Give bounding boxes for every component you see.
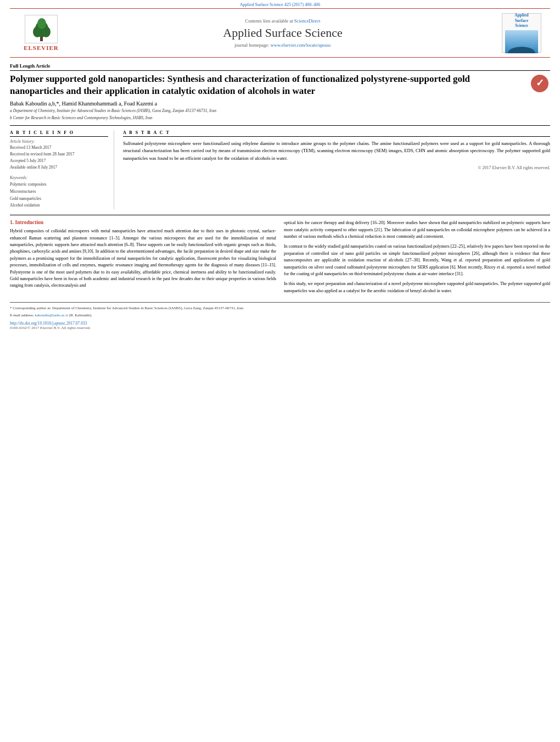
issn-line: 0169-4332/© 2017 Elsevier B.V. All right…	[10, 326, 550, 330]
keyword-4: Alcohol oxidation	[10, 202, 108, 209]
keywords-label: Keywords:	[10, 175, 108, 180]
page-wrapper: Applied Surface Science 425 (2017) 400–4…	[0, 0, 560, 742]
contents-line: Contents lists available at ScienceDirec…	[71, 18, 494, 24]
author-names: Babak Kaboudin a,b,*, Hamid Khanmohammad…	[10, 101, 157, 107]
logo-box-title: AppliedSurfaceScience	[514, 13, 528, 29]
abstract-col: A B S T R A C T Sulfonated polystyrene m…	[123, 130, 550, 209]
svg-text:✓: ✓	[536, 77, 544, 88]
info-abstract-row: A R T I C L E I N F O Article history: R…	[10, 130, 550, 209]
homepage-line: journal homepage: www.elsevier.com/locat…	[71, 42, 494, 48]
left-column: 1. Introduction Hybrid composites of col…	[10, 220, 276, 298]
intro-right-paragraph-1: optical kits for cancer therapy and drug…	[284, 220, 550, 240]
abstract-title: A B S T R A C T	[123, 130, 550, 137]
doi-link[interactable]: http://dx.doi.org/10.1016/j.apsusc.2017.…	[10, 321, 87, 326]
email-note: E-mail address: kaboudin@iasbs.ac.ir (B.…	[10, 313, 550, 319]
right-column: optical kits for cancer therapy and drug…	[284, 220, 550, 298]
intro-right-paragraph-3: In this study, we report preparation and…	[284, 281, 550, 294]
history-label: Article history:	[10, 139, 108, 144]
article-dates: Received 13 March 2017 Received in revis…	[10, 144, 108, 171]
doi-line: http://dx.doi.org/10.1016/j.apsusc.2017.…	[10, 321, 550, 326]
affiliation-a: a Department of Chemistry, Institute for…	[10, 108, 550, 114]
intro-left-paragraph: Hybrid composites of colloidal microsper…	[10, 228, 276, 289]
content-divider	[10, 215, 550, 215]
keywords-section: Keywords: Polymeric composites Microstru…	[10, 175, 108, 209]
intro-right-paragraph-2: In contrast to the widely studied gold n…	[284, 243, 550, 277]
logo-box-image	[505, 30, 538, 53]
keywords-list: Polymeric composites Microstructures Gol…	[10, 181, 108, 209]
article-info-title: A R T I C L E I N F O	[10, 130, 108, 137]
keyword-3: Gold nanoparticles	[10, 196, 108, 203]
journal-title: Applied Surface Science	[71, 26, 494, 40]
crossmark-logo: ✓	[529, 73, 550, 94]
email-link[interactable]: kaboudin@iasbs.ac.ir	[35, 313, 69, 317]
article-section: Full Length Article Polymer supported go…	[10, 63, 550, 215]
journal-center: Contents lists available at ScienceDirec…	[66, 18, 500, 48]
journal-header: ELSEVIER Contents lists available at Sci…	[10, 8, 550, 58]
affiliation-b: b Center for Research in Basic Sciences …	[10, 115, 550, 121]
article-info-col: A R T I C L E I N F O Article history: R…	[10, 130, 114, 209]
article-title-row: Polymer supported gold nanoparticles: Sy…	[10, 73, 550, 97]
main-content: 1. Introduction Hybrid composites of col…	[10, 220, 550, 298]
elsevier-tree-icon	[25, 15, 58, 43]
article-divider	[10, 125, 550, 126]
corresponding-author-note: * Corresponding author at: Department of…	[10, 305, 550, 311]
copyright-line: © 2017 Elsevier B.V. All rights reserved…	[123, 165, 550, 170]
abstract-text: Sulfonated polystyrene microsphere were …	[123, 140, 550, 162]
svg-point-4	[37, 18, 46, 29]
introduction-heading: 1. Introduction	[10, 220, 276, 225]
footnote-area: * Corresponding author at: Department of…	[10, 302, 550, 330]
homepage-url[interactable]: www.elsevier.com/locate/apsusc	[271, 42, 331, 48]
article-type-label: Full Length Article	[10, 63, 550, 71]
article-title: Polymer supported gold nanoparticles: Sy…	[10, 73, 524, 97]
elsevier-text: ELSEVIER	[24, 44, 59, 51]
elsevier-logo: ELSEVIER	[16, 15, 66, 51]
sciencedirect-link[interactable]: ScienceDirect	[294, 18, 321, 24]
top-link-bar: Applied Surface Science 425 (2017) 400–4…	[0, 0, 560, 8]
keyword-1: Polymeric composites	[10, 181, 108, 188]
authors-line: Babak Kaboudin a,b,*, Hamid Khanmohammad…	[10, 101, 550, 107]
keyword-2: Microstructures	[10, 188, 108, 196]
journal-logo: AppliedSurfaceScience	[500, 13, 544, 53]
journal-ref: Applied Surface Science 425 (2017) 400–4…	[240, 2, 320, 7]
journal-logo-box: AppliedSurfaceScience	[502, 13, 541, 53]
